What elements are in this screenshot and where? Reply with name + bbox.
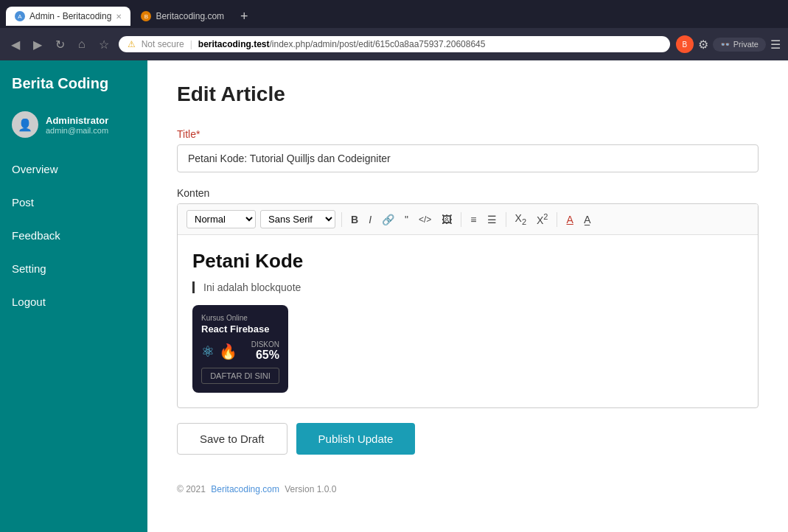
editor-container: Normal Heading 1 Heading 2 Heading 3 San… xyxy=(177,203,759,408)
tab-close-admin[interactable]: ✕ xyxy=(116,13,122,21)
address-separator: | xyxy=(190,39,192,49)
editor-toolbar: Normal Heading 1 Heading 2 Heading 3 San… xyxy=(178,204,758,235)
toolbar-divider-1 xyxy=(341,212,342,227)
link-button[interactable]: 🔗 xyxy=(379,212,397,227)
toolbar-divider-4 xyxy=(557,212,557,227)
forward-button[interactable]: ▶ xyxy=(29,36,46,53)
url-path: /index.php/admin/post/edit/615c0a8aa7593… xyxy=(270,39,486,49)
font-color-button[interactable]: A xyxy=(563,212,576,227)
sidebar-user: 👤 Administrator admin@mail.com xyxy=(0,104,147,153)
italic-button[interactable]: I xyxy=(366,212,374,227)
save-draft-button[interactable]: Save to Draft xyxy=(177,423,287,455)
private-label: Private xyxy=(733,40,759,49)
address-bar[interactable]: ⚠ Not secure | beritacoding.test/index.p… xyxy=(119,36,670,52)
konten-group: Konten Normal Heading 1 Heading 2 Headin… xyxy=(177,187,759,408)
action-buttons: Save to Draft Publish Update xyxy=(177,423,759,455)
sidebar-item-setting[interactable]: Setting xyxy=(0,252,147,285)
code-button[interactable]: </> xyxy=(416,213,434,226)
sidebar-item-overview[interactable]: Overview xyxy=(0,153,147,186)
footer-brand-link[interactable]: Beritacoding.com xyxy=(211,484,279,494)
bold-button[interactable]: B xyxy=(348,212,361,227)
url-text: beritacoding.test/index.php/admin/post/e… xyxy=(198,39,661,49)
user-email: admin@mail.com xyxy=(46,126,108,135)
ad-cta[interactable]: DAFTAR DI SINI xyxy=(201,368,279,384)
security-warning-icon: ⚠ xyxy=(128,39,136,49)
subscript-button[interactable]: X2 xyxy=(512,211,529,228)
unordered-list-button[interactable]: ☰ xyxy=(484,212,500,227)
browser-chrome: A Admin - Beritacoding ✕ B Beritacoding.… xyxy=(0,0,788,60)
brave-icon: B xyxy=(676,35,694,53)
avatar: 👤 xyxy=(12,111,38,138)
publish-button[interactable]: Publish Update xyxy=(296,423,416,455)
username: Administrator xyxy=(46,115,108,126)
toolbar-divider-2 xyxy=(461,212,461,227)
main-content: Edit Article Title* Konten Normal Headin… xyxy=(147,60,788,532)
url-domain: beritacoding.test xyxy=(198,39,270,49)
home-button[interactable]: ⌂ xyxy=(74,36,89,52)
ad-discount-label: DISKON xyxy=(251,340,279,349)
editor-blockquote: Ini adalah blockquote xyxy=(192,281,743,293)
ad-title: React Firebase xyxy=(201,323,279,335)
user-info: Administrator admin@mail.com xyxy=(46,115,108,135)
ad-discount-pct: 65% xyxy=(251,349,279,362)
image-button[interactable]: 🖼 xyxy=(439,212,455,227)
browser-actions: B ⚙ 👓 Private ☰ xyxy=(676,35,781,53)
format-select[interactable]: Normal Heading 1 Heading 2 Heading 3 xyxy=(186,210,256,228)
editor-content[interactable]: Petani Kode Ini adalah blockquote Kursus… xyxy=(178,235,758,407)
sidebar: Berita Coding 👤 Administrator admin@mail… xyxy=(0,60,147,532)
konten-label: Konten xyxy=(177,187,759,199)
reload-button[interactable]: ↻ xyxy=(52,36,69,53)
tab-label-beritacoding: Beritacoding.com xyxy=(156,11,224,21)
glasses-icon: 👓 xyxy=(720,40,731,49)
tab-favicon-beritacoding: B xyxy=(141,11,151,21)
bookmark-button[interactable]: ☆ xyxy=(95,36,113,53)
page-title: Edit Article xyxy=(177,83,759,106)
superscript-button[interactable]: X2 xyxy=(534,211,551,228)
browser-bar: ◀ ▶ ↻ ⌂ ☆ ⚠ Not secure | beritacoding.te… xyxy=(0,28,788,60)
new-tab-button[interactable]: + xyxy=(234,6,254,27)
app: Berita Coding 👤 Administrator admin@mail… xyxy=(0,60,788,532)
ad-card: Kursus Online React Firebase ⚛ 🔥 DISKON … xyxy=(192,305,288,393)
editor-heading: Petani Kode xyxy=(192,250,743,273)
bg-color-button[interactable]: A̲ xyxy=(581,212,594,227)
ad-label: Kursus Online xyxy=(201,314,279,322)
blockquote-text: Ini adalah blockquote xyxy=(203,281,301,293)
settings-icon[interactable]: ⚙ xyxy=(698,38,708,52)
blockquote-button[interactable]: " xyxy=(402,212,411,227)
title-label: Title* xyxy=(177,128,759,140)
title-group: Title* xyxy=(177,128,759,172)
page-footer: © 2021 Beritacoding.com Version 1.0.0 xyxy=(177,484,759,494)
browser-menu-icon[interactable]: ☰ xyxy=(770,38,781,52)
tab-beritacoding[interactable]: B Beritacoding.com xyxy=(132,7,233,26)
private-button[interactable]: 👓 Private xyxy=(713,38,766,52)
toolbar-divider-3 xyxy=(506,212,506,227)
back-button[interactable]: ◀ xyxy=(7,36,24,53)
font-select[interactable]: Sans Serif Serif Monospace xyxy=(260,210,335,228)
ad-icons: ⚛ 🔥 DISKON 65% xyxy=(201,340,279,362)
footer-copyright: © 2021 xyxy=(177,484,206,494)
footer-version: Version 1.0.0 xyxy=(285,484,336,494)
title-input[interactable] xyxy=(177,144,759,172)
tab-label-admin: Admin - Beritacoding xyxy=(29,11,111,21)
react-icon: ⚛ xyxy=(201,343,215,360)
ordered-list-button[interactable]: ≡ xyxy=(467,212,479,227)
sidebar-nav: Overview Post Feedback Setting Logout xyxy=(0,153,147,318)
tab-favicon-admin: A xyxy=(15,11,25,21)
tab-admin[interactable]: A Admin - Beritacoding ✕ xyxy=(6,7,130,26)
firebase-icon: 🔥 xyxy=(219,343,237,360)
sidebar-item-logout[interactable]: Logout xyxy=(0,285,147,318)
not-secure-label: Not secure xyxy=(142,39,184,49)
sidebar-item-feedback[interactable]: Feedback xyxy=(0,219,147,252)
sidebar-item-post[interactable]: Post xyxy=(0,186,147,219)
sidebar-brand: Berita Coding xyxy=(0,60,147,104)
browser-tabs: A Admin - Beritacoding ✕ B Beritacoding.… xyxy=(0,0,788,28)
